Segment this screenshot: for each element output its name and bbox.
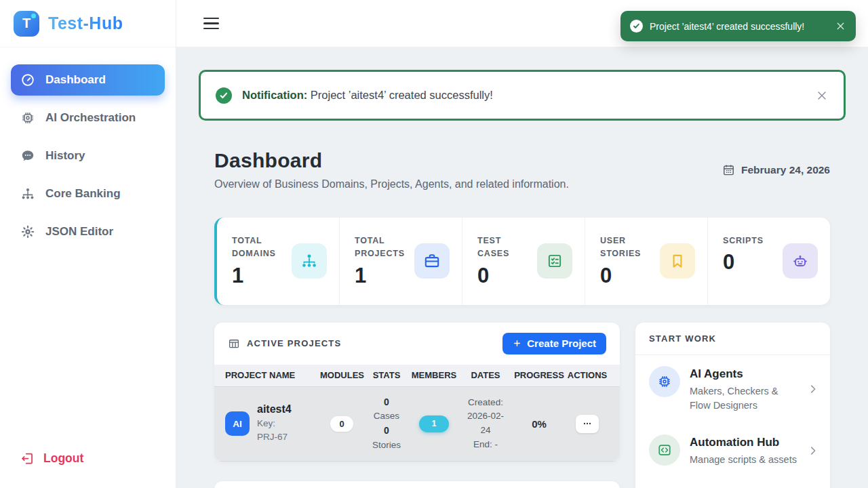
gauge-icon: [20, 73, 35, 87]
sidebar-item-label: History: [45, 149, 85, 163]
start-work-header: START WORK: [635, 323, 830, 355]
project-table-row[interactable]: AI aitest4 Key: PRJ-67 0 0 Cases 0: [214, 386, 620, 462]
sidebar: T Test-Hub Dashboard AI Orchestration: [0, 0, 176, 488]
success-toast: Project ’aitest4’ created successfully!: [620, 11, 856, 41]
sidebar-item-ai-orchestration[interactable]: AI Orchestration: [11, 102, 165, 134]
logout-button[interactable]: Logout: [20, 451, 83, 466]
stat-card-total-projects: TOTAL PROJECTS 1: [340, 218, 462, 305]
app-logo[interactable]: T Test-Hub: [0, 0, 176, 47]
item-subtitle: Makers, Checkers & Flow Designers: [690, 384, 797, 413]
chevron-right-icon: [807, 445, 819, 457]
stories-label: Stories: [363, 439, 410, 453]
sidebar-item-dashboard[interactable]: Dashboard: [11, 64, 165, 96]
stat-value: 1: [355, 264, 409, 288]
toast-close-icon[interactable]: [835, 20, 846, 32]
notification-banner: Notification: Project ’aitest4’ created …: [199, 70, 846, 121]
stat-card-scripts: SCRIPTS 0: [708, 218, 830, 305]
section-title-label: ACTIVE PROJECTS: [247, 338, 341, 348]
app-frame: T Test-Hub Dashboard AI Orchestration: [0, 0, 868, 488]
stat-label: TOTAL DOMAINS: [232, 235, 286, 261]
sidebar-item-label: Core Banking: [45, 187, 121, 201]
active-projects-title: ACTIVE PROJECTS: [228, 338, 341, 350]
stat-value: 0: [723, 250, 764, 274]
progress-value: 0%: [513, 418, 566, 430]
toast-message: Project ’aitest4’ created successfully!: [650, 21, 828, 32]
created-date: Created: 2026-02-24: [464, 396, 507, 439]
banner-close-icon[interactable]: [815, 89, 829, 102]
sitemap-icon: [292, 243, 327, 279]
stat-value: 0: [600, 264, 654, 288]
stat-text: TOTAL DOMAINS 1: [232, 235, 286, 288]
cases-label: Cases: [363, 409, 410, 424]
main-content: Notification: Project ’aitest4’ created …: [176, 47, 868, 488]
active-projects-card: ACTIVE PROJECTS Create Project PROJECT N…: [214, 323, 620, 462]
project-key: Key: PRJ-67: [257, 417, 296, 445]
logo-icon: T: [14, 11, 39, 37]
stat-card-total-domains: TOTAL DOMAINS 1: [217, 218, 340, 305]
logo-dot: [31, 14, 36, 18]
logo-letter: T: [22, 16, 31, 31]
hamburger-menu-icon[interactable]: [203, 18, 219, 29]
start-work-panel: START WORK AI Agents Makers, Checkers & …: [635, 323, 830, 488]
gear-icon: [20, 224, 35, 239]
content-wrapper: Dashboard Overview of Business Domains, …: [199, 149, 846, 488]
start-work-item-my-reviews[interactable]: My Reviews: [635, 478, 830, 488]
sidebar-item-core-banking[interactable]: Core Banking: [11, 178, 165, 209]
business-domains-card: BUSINESS DOMAINS: [214, 481, 620, 488]
stat-value: 1: [232, 264, 286, 288]
date-label: February 24, 2026: [741, 164, 830, 176]
item-title: AI Agents: [690, 367, 797, 381]
column-header: PROGRESS: [513, 370, 566, 380]
check-circle-icon: [216, 87, 232, 104]
stat-text: TOTAL PROJECTS 1: [355, 235, 409, 288]
project-avatar: AI: [225, 411, 250, 436]
start-work-item-automation-hub[interactable]: Automation Hub Manage scripts & assets: [635, 424, 830, 478]
chip-icon: [20, 110, 35, 125]
page-header: Dashboard Overview of Business Domains, …: [214, 149, 830, 190]
item-subtitle: Manage scripts & assets: [690, 453, 797, 467]
start-work-item-text: Automation Hub Manage scripts & assets: [690, 434, 797, 467]
calendar-icon: [722, 163, 735, 176]
bookmark-icon: [660, 243, 695, 279]
dates-cell: Created: 2026-02-24 End: -: [458, 396, 513, 453]
create-project-button[interactable]: Create Project: [502, 333, 606, 354]
check-circle-icon: [630, 20, 643, 33]
current-date: February 24, 2026: [722, 163, 830, 176]
page-title: Dashboard: [214, 149, 569, 172]
project-name-text: aitest4 Key: PRJ-67: [257, 403, 296, 445]
stat-value: 0: [477, 264, 532, 288]
banner-text: Notification: Project ’aitest4’ created …: [242, 89, 805, 102]
row-actions-button[interactable]: [576, 415, 599, 433]
stat-text: USER STORIES 0: [600, 235, 654, 288]
actions-cell: [566, 415, 609, 433]
sidebar-nav: Dashboard AI Orchestration History Core …: [0, 47, 176, 247]
stat-card-test-cases: TEST CASES 0: [462, 218, 585, 305]
ellipsis-icon: [582, 418, 593, 429]
column-header: MEMBERS: [410, 370, 458, 380]
sidebar-item-history[interactable]: History: [11, 140, 165, 171]
briefcase-icon: [414, 243, 450, 279]
stat-label: USER STORIES: [600, 235, 654, 261]
project-name-cell: AI aitest4 Key: PRJ-67: [225, 403, 320, 445]
members-badge: 1: [419, 415, 449, 432]
table-icon: [228, 338, 240, 350]
robot-icon: [783, 243, 818, 279]
active-projects-header: ACTIVE PROJECTS Create Project: [214, 323, 620, 365]
cases-value: 0: [363, 395, 410, 410]
item-title: Automation Hub: [690, 436, 797, 449]
stat-text: SCRIPTS 0: [723, 235, 764, 288]
start-work-item-ai-agents[interactable]: AI Agents Makers, Checkers & Flow Design…: [635, 355, 830, 424]
stories-value: 0: [363, 424, 410, 439]
sidebar-item-label: JSON Editor: [45, 225, 113, 239]
plus-icon: [513, 339, 521, 348]
sidebar-item-json-editor[interactable]: JSON Editor: [11, 216, 165, 247]
code-icon: [649, 434, 680, 466]
project-name: aitest4: [257, 403, 296, 415]
stat-label: TOTAL PROJECTS: [355, 235, 409, 261]
logout-icon: [20, 451, 35, 466]
stats-cell: 0 Cases 0 Stories: [363, 395, 410, 453]
modules-badge: 0: [330, 416, 353, 432]
sidebar-item-label: AI Orchestration: [45, 111, 136, 125]
sitemap-icon: [20, 186, 35, 201]
stat-card-user-stories: USER STORIES 0: [585, 218, 708, 305]
